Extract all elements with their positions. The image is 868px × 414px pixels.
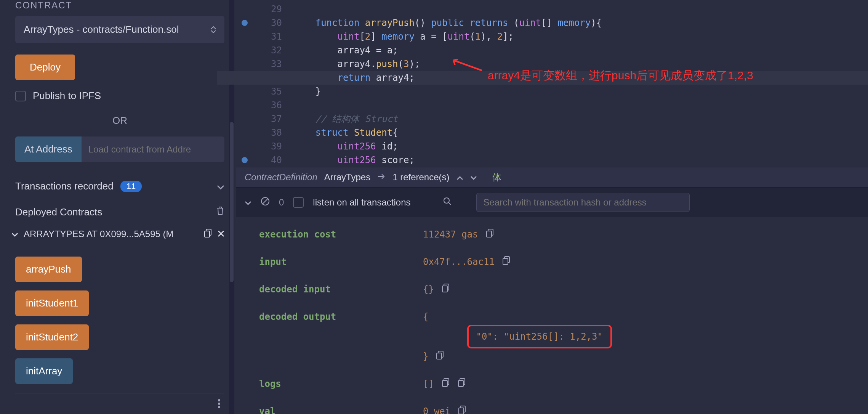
publish-ipfs-checkbox[interactable] — [15, 91, 26, 101]
deployed-label: Deployed Contracts — [15, 206, 102, 218]
svg-point-6 — [444, 198, 449, 203]
publish-ipfs-row[interactable]: Publish to IPFS — [15, 90, 224, 102]
highlighted-output: "0": "uint256[]: 1,2,3" — [467, 325, 612, 348]
or-divider: OR — [15, 115, 224, 127]
definition-name: ArrayTypes — [324, 172, 370, 183]
code-line[interactable]: uint256 id; — [293, 140, 868, 153]
breakpoint-dot[interactable] — [242, 157, 248, 163]
deployed-contract-item[interactable]: ARRAYTYPES AT 0X099...5A595 (M — [11, 228, 224, 240]
contract-section-label: CONTRACT — [15, 0, 224, 11]
contract-selected: ArrayTypes - contracts/Function.sol — [24, 24, 179, 35]
tx-recorded-label: Transactions recorded — [15, 180, 114, 192]
listen-label: listen on all transactions — [313, 197, 410, 208]
chevron-down-icon — [11, 229, 18, 239]
output-label: input — [259, 254, 419, 270]
block-icon[interactable] — [261, 197, 270, 208]
output-label: logs — [259, 376, 419, 392]
sidebar-scrollbar[interactable] — [229, 0, 234, 414]
copy-icon[interactable] — [458, 378, 466, 387]
deploy-button[interactable]: Deploy — [15, 55, 75, 80]
output-value: [] — [423, 376, 466, 392]
svg-rect-1 — [205, 231, 210, 237]
code-line[interactable]: uint256 score; — [293, 153, 868, 167]
function-button-initStudent1[interactable]: initStudent1 — [15, 290, 89, 316]
output-row: decoded input{} — [259, 281, 845, 297]
output-label: decoded input — [259, 281, 419, 297]
overlay-character: 体 — [492, 171, 501, 183]
svg-rect-14 — [437, 353, 442, 359]
output-row: val0 wei — [259, 403, 845, 414]
svg-rect-10 — [503, 258, 508, 265]
code-line[interactable]: function arrayPush() public returns (uin… — [293, 16, 868, 30]
terminal-toolbar: 0 listen on all transactions — [236, 187, 868, 217]
tx-search-input[interactable] — [476, 193, 690, 212]
output-label: decoded output — [259, 309, 419, 364]
code-line[interactable]: uint[2] memory a = [uint(1), 2]; — [293, 30, 868, 43]
trash-icon[interactable] — [216, 206, 224, 218]
goto-icon[interactable] — [377, 172, 386, 183]
svg-rect-18 — [458, 380, 463, 387]
reference-count: 1 reference(s) — [392, 172, 449, 183]
copy-icon[interactable] — [442, 378, 450, 387]
code-line[interactable]: } — [293, 85, 868, 98]
output-value: { "0": "uint256[]: 1,2,3"} — [423, 309, 612, 364]
copy-icon[interactable] — [486, 228, 494, 237]
close-icon[interactable] — [218, 229, 224, 239]
svg-point-3 — [218, 403, 220, 405]
output-label: execution cost — [259, 226, 419, 242]
definition-kind: ContractDefinition — [245, 172, 317, 183]
copy-icon[interactable] — [458, 405, 466, 414]
context-bar: ContractDefinition ArrayTypes 1 referenc… — [236, 167, 868, 187]
chevron-down-icon[interactable] — [245, 197, 251, 208]
address-input[interactable] — [82, 136, 224, 162]
svg-rect-8 — [487, 231, 492, 237]
code-line[interactable] — [293, 98, 868, 112]
svg-point-2 — [218, 399, 220, 401]
publish-ipfs-label: Publish to IPFS — [33, 90, 101, 102]
copy-icon[interactable] — [204, 228, 212, 240]
svg-rect-16 — [442, 380, 447, 387]
svg-rect-12 — [442, 286, 447, 292]
code-line[interactable]: array4 = a; — [293, 43, 868, 57]
panel-menu — [15, 393, 224, 414]
svg-point-4 — [218, 406, 220, 408]
search-icon[interactable] — [443, 197, 452, 208]
kebab-menu-icon[interactable] — [218, 399, 221, 411]
code-line[interactable]: // 结构体 Struct — [293, 112, 868, 126]
at-address-button[interactable]: At Address — [15, 136, 82, 162]
code-content[interactable]: function arrayPush() public returns (uin… — [282, 0, 868, 167]
copy-icon[interactable] — [502, 256, 511, 265]
annotation-text: array4是可变数组，进行push后可见成员变成了1,2,3 — [488, 69, 753, 82]
copy-icon[interactable] — [436, 350, 444, 359]
annotation-arrow-icon — [450, 57, 484, 72]
listen-checkbox[interactable] — [293, 197, 304, 208]
output-label: val — [259, 403, 419, 414]
code-editor[interactable]: 293031323334353637383940 function arrayP… — [236, 0, 868, 167]
function-button-arrayPush[interactable]: arrayPush — [15, 257, 82, 282]
deployed-contracts-header: Deployed Contracts — [15, 206, 224, 218]
function-button-initStudent2[interactable]: initStudent2 — [15, 324, 89, 350]
output-value: {} — [423, 281, 450, 297]
transactions-recorded-row[interactable]: Transactions recorded 11 — [15, 180, 224, 192]
chevron-down-icon[interactable] — [470, 172, 477, 183]
output-row: decoded output{ "0": "uint256[]: 1,2,3"} — [259, 309, 845, 364]
copy-icon[interactable] — [442, 283, 450, 292]
code-line[interactable] — [293, 2, 868, 16]
output-row: input0x47f...6ac11 — [259, 254, 845, 270]
function-button-initArray[interactable]: initArray — [15, 358, 73, 384]
transaction-output: execution cost112437 gasinput0x47f...6ac… — [236, 217, 868, 414]
function-buttons: arrayPushinitStudent1initStudent2initArr… — [15, 257, 224, 384]
svg-rect-20 — [459, 408, 464, 414]
contract-instance-label: ARRAYTYPES AT 0X099...5A595 (M — [24, 229, 174, 239]
pending-count: 0 — [279, 197, 284, 208]
contract-dropdown[interactable]: ArrayTypes - contracts/Function.sol — [15, 16, 224, 43]
output-row: logs[] — [259, 376, 845, 392]
at-address-row: At Address — [15, 136, 224, 162]
breakpoint-dot[interactable] — [242, 20, 248, 26]
chevron-up-icon[interactable] — [456, 172, 463, 183]
output-value: 112437 gas — [423, 226, 494, 242]
output-value: 0x47f...6ac11 — [423, 254, 511, 270]
output-value: 0 wei — [423, 403, 466, 414]
code-line[interactable]: struct Student{ — [293, 126, 868, 140]
deploy-panel: CONTRACT ArrayTypes - contracts/Function… — [0, 0, 236, 414]
